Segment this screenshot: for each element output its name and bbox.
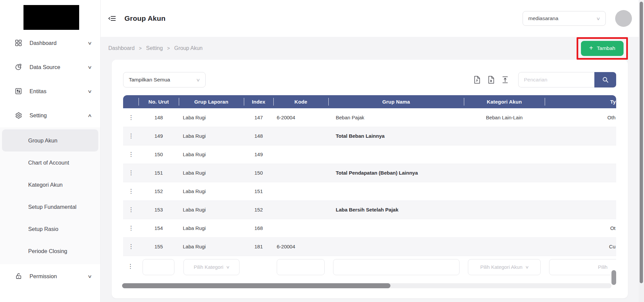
breadcrumb-item-dashboard[interactable]: Dashboard bbox=[108, 45, 135, 51]
chevron-up-icon: ∧ bbox=[88, 113, 92, 118]
filter-type-select[interactable]: Pilih bbox=[549, 259, 616, 275]
show-filter-select[interactable]: Tampilkan Semua ∨ bbox=[123, 72, 206, 87]
submenu-item-chart-of-account[interactable]: Chart of Account bbox=[2, 152, 98, 174]
cell-kode bbox=[273, 164, 328, 182]
filter-placeholder: Pilih Kategori bbox=[194, 264, 223, 270]
cell-index: 149 bbox=[244, 145, 273, 164]
cell-kategori bbox=[464, 164, 545, 182]
cell-kategori bbox=[464, 145, 545, 164]
pie-chart-icon bbox=[15, 63, 22, 71]
table-vertical-scrollbar-thumb[interactable] bbox=[611, 270, 616, 285]
cell-kode bbox=[273, 182, 328, 200]
cell-kategori bbox=[464, 219, 545, 237]
breadcrumb-separator: > bbox=[167, 46, 170, 51]
cell-laporan: Laba Rugi bbox=[179, 127, 244, 145]
submenu-label: Group Akun bbox=[28, 137, 57, 144]
sidebar-item-dashboard[interactable]: Dashboard ∨ bbox=[0, 31, 100, 55]
cell-index: 151 bbox=[244, 182, 273, 200]
topbar: Group Akun mediasarana ∨ bbox=[101, 0, 639, 37]
sliders-icon bbox=[15, 87, 22, 95]
filter-no-urut-input[interactable] bbox=[143, 259, 174, 275]
filter-kode-field[interactable] bbox=[277, 259, 324, 275]
row-menu-kebab-icon[interactable]: ⋮ bbox=[123, 145, 139, 164]
sidebar-item-entitas[interactable]: Entitas ∨ bbox=[0, 79, 100, 103]
breadcrumb-item-setting[interactable]: Setting bbox=[146, 45, 163, 51]
table-row: ⋮ 155 Laba Rugi 181 6-20004 Cu bbox=[123, 237, 616, 256]
row-menu-kebab-icon[interactable]: ⋮ bbox=[123, 127, 139, 145]
search-group bbox=[518, 72, 616, 87]
sidebar-item-data-source[interactable]: Data Source ∨ bbox=[0, 55, 100, 79]
page-title: Group Akun bbox=[124, 14, 166, 22]
tenant-select[interactable]: mediasarana ∨ bbox=[523, 11, 606, 26]
filter-grup-nama-input[interactable] bbox=[333, 259, 460, 275]
cell-laporan: Laba Rugi bbox=[179, 164, 244, 182]
col-no-urut: No. Urut bbox=[139, 95, 179, 108]
text-height-icon[interactable] bbox=[502, 76, 508, 84]
row-menu-kebab-icon[interactable]: ⋮ bbox=[123, 237, 139, 256]
table-horizontal-scrollbar-thumb[interactable] bbox=[122, 283, 390, 288]
col-kode: Kode bbox=[273, 95, 328, 108]
export-pdf-icon[interactable] bbox=[474, 76, 481, 84]
cell-laporan: Laba Rugi bbox=[179, 200, 244, 219]
submenu-item-kategori-akun[interactable]: Kategori Akun bbox=[2, 174, 98, 196]
user-avatar[interactable] bbox=[615, 10, 632, 27]
filter-kode-input[interactable] bbox=[277, 259, 325, 275]
row-menu-kebab-icon[interactable]: ⋮ bbox=[127, 263, 133, 270]
add-button[interactable]: + Tambah bbox=[581, 41, 624, 56]
export-excel-icon[interactable] bbox=[488, 76, 495, 84]
table-card: Tampilkan Semua ∨ bbox=[112, 60, 628, 298]
cell-index: 147 bbox=[244, 108, 273, 127]
filter-grup-nama-field[interactable] bbox=[333, 259, 459, 275]
search-input[interactable] bbox=[518, 72, 594, 87]
cell-index: 181 bbox=[244, 237, 273, 256]
table-row: ⋮ 151 Laba Rugi 150 Total Pendapatan (Be… bbox=[123, 164, 616, 182]
col-grup-nama: Grup Nama bbox=[328, 95, 464, 108]
sidebar-collapse-icon[interactable] bbox=[108, 15, 116, 21]
cell-kode: 6-20004 bbox=[273, 108, 328, 127]
tenant-select-value: mediasarana bbox=[528, 15, 558, 21]
cell-no: 151 bbox=[139, 164, 179, 182]
cell-laporan: Laba Rugi bbox=[179, 237, 244, 256]
submenu-item-periode-closing[interactable]: Periode Closing bbox=[2, 240, 98, 262]
submenu-item-setup-fundamental[interactable]: Setup Fundamental bbox=[2, 196, 98, 218]
chevron-down-icon: ∨ bbox=[88, 274, 92, 279]
cell-nama: Total Beban Lainnya bbox=[328, 127, 464, 145]
row-menu-kebab-icon[interactable]: ⋮ bbox=[123, 182, 139, 200]
cell-type bbox=[545, 127, 616, 145]
row-menu-kebab-icon[interactable]: ⋮ bbox=[123, 108, 139, 127]
chevron-down-icon: ∨ bbox=[525, 265, 529, 269]
row-menu-kebab-icon[interactable]: ⋮ bbox=[123, 200, 139, 219]
filter-no-urut-field[interactable] bbox=[143, 259, 174, 275]
breadcrumb-item-current: Group Akun bbox=[174, 45, 203, 51]
table-row: ⋮ 149 Laba Rugi 148 Total Beban Lainnya bbox=[123, 127, 616, 145]
cell-laporan: Laba Rugi bbox=[179, 219, 244, 237]
table-row: ⋮ 152 Laba Rugi 151 bbox=[123, 182, 616, 200]
cell-kategori bbox=[464, 182, 545, 200]
cell-nama: Beban Pajak bbox=[328, 108, 464, 127]
filter-grup-laporan-select[interactable]: Pilih Kategori ∨ bbox=[183, 259, 239, 275]
row-menu-kebab-icon[interactable]: ⋮ bbox=[123, 164, 139, 182]
search-button[interactable] bbox=[594, 72, 616, 87]
col-actions bbox=[123, 95, 139, 108]
window-scrollbar-track[interactable] bbox=[639, 0, 644, 302]
table-horizontal-scrollbar-track[interactable] bbox=[122, 283, 611, 288]
filter-kategori-akun-select[interactable]: Pilih Kategori Akun ∨ bbox=[468, 259, 541, 275]
cell-index: 152 bbox=[244, 200, 273, 219]
cell-kode bbox=[273, 219, 328, 237]
filter-placeholder: Pilih bbox=[598, 264, 607, 270]
cell-no: 149 bbox=[139, 127, 179, 145]
window-scrollbar-thumb[interactable] bbox=[640, 2, 643, 283]
grid-icon bbox=[15, 39, 22, 47]
export-icons bbox=[474, 76, 508, 84]
cell-kategori bbox=[464, 200, 545, 219]
chevron-down-icon: ∨ bbox=[226, 265, 230, 269]
submenu-item-group-akun[interactable]: Group Akun bbox=[2, 129, 98, 152]
sidebar-item-setting[interactable]: Setting ∧ bbox=[0, 103, 100, 127]
cell-kode bbox=[273, 145, 328, 164]
sidebar-item-permission[interactable]: Permission ∨ bbox=[0, 264, 100, 288]
sidebar-item-label: Permission bbox=[30, 273, 88, 280]
cell-index: 148 bbox=[244, 127, 273, 145]
row-menu-kebab-icon[interactable]: ⋮ bbox=[123, 219, 139, 237]
table-row: ⋮ 153 Laba Rugi 152 Laba Bersih Setelah … bbox=[123, 200, 616, 219]
submenu-item-setup-rasio[interactable]: Setup Rasio bbox=[2, 218, 98, 240]
